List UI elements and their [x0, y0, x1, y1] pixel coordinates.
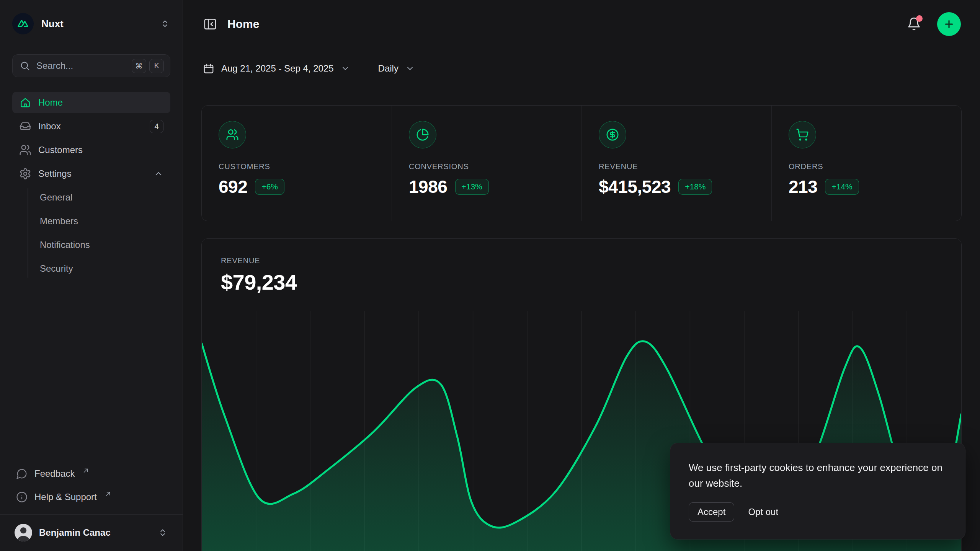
stat-delta-badge: +14% [825, 179, 859, 195]
app-name: Nuxt [41, 18, 64, 30]
calendar-icon [203, 63, 214, 74]
user-name: Benjamin Canac [39, 527, 111, 538]
dollar-circle-icon [599, 121, 626, 148]
stat-value: 692 [219, 176, 247, 197]
chevron-down-icon [405, 64, 415, 73]
sidebar-item-label: Home [38, 97, 63, 108]
nuxt-logo-icon [12, 13, 34, 34]
page-title: Home [227, 18, 259, 31]
stat-delta-badge: +6% [255, 179, 284, 195]
period-label: Daily [378, 63, 399, 74]
sidebar-item-label: Customers [38, 145, 83, 155]
sidebar-item-inbox[interactable]: Inbox 4 [12, 116, 170, 137]
revenue-chart-label: REVENUE [221, 256, 942, 265]
chevron-up-down-icon [157, 527, 168, 538]
stat-card-customers[interactable]: CUSTOMERS 692 +6% [202, 106, 392, 221]
sidebar-item-customers[interactable]: Customers [12, 139, 170, 161]
cookie-banner: We use first-party cookies to enhance yo… [670, 443, 965, 540]
stat-label: REVENUE [599, 162, 755, 171]
optout-cookies-button[interactable]: Opt out [748, 507, 778, 517]
stat-card-conversions[interactable]: CONVERSIONS 1986 +13% [392, 106, 581, 221]
search-shortcut: ⌘ K [132, 59, 164, 73]
chevron-down-icon [341, 64, 350, 73]
notifications-button[interactable] [907, 17, 921, 31]
sidebar-item-label: Inbox [38, 121, 61, 132]
external-link-icon [105, 491, 111, 497]
sidebar-nav: Home Inbox 4 Customers Settings Ge [12, 92, 170, 279]
accept-cookies-button[interactable]: Accept [689, 502, 734, 522]
stat-label: CONVERSIONS [409, 162, 565, 171]
pie-chart-icon [409, 121, 436, 148]
workspace-switcher[interactable]: Nuxt [12, 11, 170, 36]
home-icon [19, 96, 31, 109]
stat-value: 213 [789, 176, 817, 197]
sidebar-item-settings[interactable]: Settings [12, 163, 170, 184]
filters-toolbar: Aug 21, 2025 - Sep 4, 2025 Daily [183, 48, 980, 89]
chevron-up-icon [154, 169, 163, 179]
stats-cards: CUSTOMERS 692 +6% CONVERSIONS 1986 +13% [201, 105, 962, 221]
notification-dot [916, 15, 923, 22]
stat-delta-badge: +18% [678, 179, 712, 195]
kbd-cmd: ⌘ [132, 59, 146, 73]
stat-value: $415,523 [599, 176, 671, 197]
sidebar-item-security[interactable]: Security [12, 258, 170, 279]
date-range-picker[interactable]: Aug 21, 2025 - Sep 4, 2025 [203, 63, 350, 74]
users-icon [219, 121, 246, 148]
cart-icon [789, 121, 816, 148]
sidebar-divider [0, 514, 183, 515]
date-range-label: Aug 21, 2025 - Sep 4, 2025 [221, 63, 334, 74]
kbd-k: K [149, 59, 164, 73]
sidebar-item-home[interactable]: Home [12, 92, 170, 113]
cookie-message: We use first-party cookies to enhance yo… [689, 460, 947, 491]
revenue-chart-value: $79,234 [221, 270, 942, 295]
page-header: Home [183, 0, 980, 48]
inbox-icon [19, 120, 31, 132]
sidebar: Nuxt Search... ⌘ K Home Inbox 4 [0, 0, 183, 551]
gear-icon [19, 168, 31, 180]
stat-label: ORDERS [789, 162, 944, 171]
external-link-icon [82, 467, 89, 474]
sidebar-item-notifications[interactable]: Notifications [12, 234, 170, 256]
period-select[interactable]: Daily [378, 63, 415, 74]
user-menu[interactable]: Benjamin Canac [12, 520, 170, 545]
add-button[interactable] [937, 12, 961, 36]
main-area: Home Aug 21, 2025 - Sep 4, 2025 Daily [183, 0, 980, 551]
users-icon [19, 144, 31, 156]
stat-card-orders[interactable]: ORDERS 213 +14% [771, 106, 961, 221]
stat-value: 1986 [409, 176, 448, 197]
feedback-link[interactable]: Feedback [12, 463, 170, 484]
chat-bubble-icon [16, 468, 28, 479]
header-actions [907, 12, 961, 36]
settings-sub-list: General Members Notifications Security [12, 187, 170, 279]
inbox-unread-badge: 4 [150, 120, 163, 133]
search-icon [20, 60, 30, 71]
feedback-label: Feedback [34, 468, 75, 479]
help-support-link[interactable]: Help & Support [12, 486, 170, 508]
info-circle-icon [16, 491, 28, 503]
chevron-up-down-icon [160, 18, 170, 29]
sidebar-footer: Feedback Help & Support Benjamin Canac [12, 463, 170, 545]
stat-card-revenue[interactable]: REVENUE $415,523 +18% [581, 106, 771, 221]
stat-label: CUSTOMERS [219, 162, 375, 171]
help-support-label: Help & Support [34, 492, 97, 502]
search-placeholder: Search... [36, 60, 73, 71]
sidebar-item-general[interactable]: General [12, 187, 170, 208]
sidebar-item-label: Settings [38, 168, 72, 179]
sidebar-item-members[interactable]: Members [12, 210, 170, 232]
collapse-sidebar-icon[interactable] [203, 17, 217, 31]
stat-delta-badge: +13% [455, 179, 489, 195]
avatar [15, 524, 32, 541]
search-input[interactable]: Search... ⌘ K [12, 54, 170, 77]
